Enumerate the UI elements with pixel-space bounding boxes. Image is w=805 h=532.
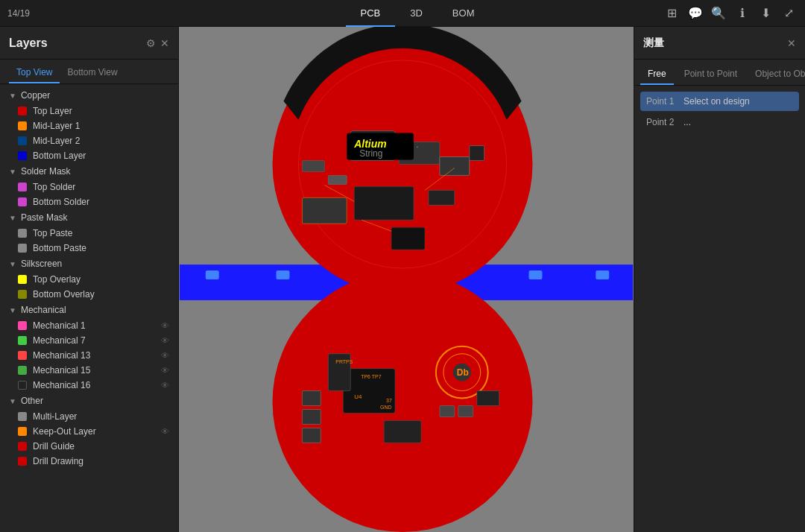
color-top-layer — [18, 107, 27, 115]
layer-drill-guide-label: Drill Guide — [33, 441, 169, 452]
settings-icon[interactable]: ⚙ — [146, 37, 156, 49]
grid-icon[interactable]: ⊞ — [663, 3, 681, 24]
eye-mech15[interactable]: 👁 — [161, 366, 169, 375]
breadcrumb: 14/19 — [7, 8, 30, 19]
color-keepout — [18, 427, 27, 436]
tab-free[interactable]: Free — [640, 66, 674, 85]
eye-mech13[interactable]: 👁 — [161, 351, 169, 360]
search-icon[interactable]: 🔍 — [710, 3, 727, 24]
tab-bom[interactable]: BOM — [438, 0, 490, 27]
color-bottom-solder — [18, 197, 27, 206]
color-mid1 — [18, 121, 27, 130]
layer-top-solder[interactable]: Top Solder — [0, 180, 178, 194]
panel-header-icons: ⚙ ✕ — [146, 37, 169, 49]
section-silkscreen[interactable]: ▼ Silkscreen — [0, 256, 178, 272]
color-bottom-layer — [18, 151, 27, 160]
layer-top-paste-label: Top Paste — [33, 228, 169, 238]
section-mechanical[interactable]: ▼ Mechanical — [0, 302, 178, 318]
svg-rect-43 — [458, 406, 473, 417]
layer-mid2[interactable]: Mid-Layer 2 — [0, 133, 178, 148]
layer-mech15[interactable]: Mechanical 15 👁 — [0, 363, 178, 378]
svg-rect-2 — [206, 270, 219, 279]
tab-pcb[interactable]: PCB — [346, 0, 396, 27]
svg-rect-42 — [440, 406, 455, 417]
right-panel-header: 测量 ✕ — [634, 27, 805, 60]
close-icon[interactable]: ✕ — [160, 37, 169, 49]
eye-mech1[interactable]: 👁 — [161, 321, 169, 330]
section-solder-mask[interactable]: ▼ Solder Mask — [0, 163, 178, 180]
collapse-arrow-copper: ▼ — [9, 92, 16, 100]
layer-top-layer[interactable]: Top Layer — [0, 104, 178, 118]
color-multi — [18, 412, 27, 421]
layer-bottom-solder-label: Bottom Solder — [33, 197, 169, 207]
tab-top-view[interactable]: Top View — [9, 64, 60, 83]
layer-mid1[interactable]: Mid-Layer 1 — [0, 118, 178, 133]
color-bottom-paste — [18, 244, 27, 253]
layer-bottom-overlay[interactable]: Bottom Overlay — [0, 287, 178, 302]
layer-mech7[interactable]: Mechanical 7 👁 — [0, 333, 178, 348]
svg-text:Db: Db — [457, 367, 469, 378]
svg-rect-7 — [596, 270, 609, 279]
layer-mech7-label: Mechanical 7 — [33, 335, 158, 346]
measure-point1-row[interactable]: Point 1 Select on design — [640, 92, 799, 111]
layer-top-layer-label: Top Layer — [33, 106, 169, 116]
layer-bottom-layer[interactable]: Bottom Layer — [0, 148, 178, 163]
layer-top-paste[interactable]: Top Paste — [0, 226, 178, 241]
layer-top-overlay[interactable]: Top Overlay — [0, 272, 178, 287]
panel-header: Layers ⚙ ✕ — [0, 27, 178, 60]
collapse-arrow-paste: ▼ — [9, 214, 16, 222]
svg-text:.: . — [416, 139, 419, 150]
expand-icon[interactable]: ⤢ — [780, 3, 798, 24]
color-mech13 — [18, 351, 27, 360]
tab-object-to-object[interactable]: Object to Object — [748, 66, 805, 85]
svg-rect-24 — [470, 146, 484, 161]
layer-bottom-layer-label: Bottom Layer — [33, 151, 169, 161]
section-paste-label: Paste Mask — [21, 212, 68, 223]
section-paste-mask[interactable]: ▼ Paste Mask — [0, 209, 178, 226]
main-content: Layers ⚙ ✕ Top View Bottom View ▼ Copper… — [0, 27, 805, 532]
measure-title: 测量 — [643, 37, 664, 50]
measure-point2-row: Point 2 ... — [640, 113, 799, 132]
color-mech15 — [18, 366, 27, 375]
layer-drill-guide[interactable]: Drill Guide — [0, 439, 178, 454]
layers-panel: Layers ⚙ ✕ Top View Bottom View ▼ Copper… — [0, 27, 179, 532]
layer-mech16[interactable]: Mechanical 16 👁 — [0, 378, 178, 393]
layer-multi[interactable]: Multi-Layer — [0, 409, 178, 424]
svg-text:Altium: Altium — [353, 138, 386, 150]
canvas-area[interactable]: Altium . String Db — [179, 27, 634, 532]
layer-bottom-paste[interactable]: Bottom Paste — [0, 241, 178, 256]
layer-mech13[interactable]: Mechanical 13 👁 — [0, 348, 178, 363]
svg-text:String: String — [359, 148, 382, 159]
eye-mech7[interactable]: 👁 — [161, 336, 169, 345]
layer-mech15-label: Mechanical 15 — [33, 365, 158, 376]
color-top-solder — [18, 183, 27, 191]
measure-content: Point 1 Select on design Point 2 ... — [634, 86, 805, 139]
point1-value: Select on design — [684, 96, 750, 107]
section-copper[interactable]: ▼ Copper — [0, 87, 178, 104]
svg-rect-41 — [302, 428, 321, 443]
section-other[interactable]: ▼ Other — [0, 393, 178, 409]
svg-rect-44 — [477, 391, 499, 406]
chat-icon[interactable]: 💬 — [686, 3, 704, 24]
pcb-view[interactable]: Altium . String Db — [179, 27, 634, 532]
color-bottom-overlay — [18, 290, 27, 299]
svg-rect-25 — [302, 197, 347, 224]
download-icon[interactable]: ⬇ — [757, 3, 774, 24]
color-drill-drawing — [18, 457, 27, 466]
close-measure-icon[interactable]: ✕ — [787, 37, 796, 49]
svg-rect-20 — [302, 160, 324, 171]
color-top-overlay — [18, 275, 27, 284]
layer-drill-drawing[interactable]: Drill Drawing — [0, 454, 178, 469]
layers-list: ▼ Copper Top Layer Mid-Layer 1 Mid-Layer… — [0, 84, 178, 532]
color-drill-guide — [18, 442, 27, 451]
layer-bottom-solder[interactable]: Bottom Solder — [0, 194, 178, 209]
svg-rect-3 — [277, 270, 290, 279]
tab-point-to-point[interactable]: Point to Point — [677, 66, 745, 85]
layer-mech1[interactable]: Mechanical 1 👁 — [0, 318, 178, 333]
info-icon[interactable]: ℹ — [733, 3, 751, 24]
tab-3d[interactable]: 3D — [395, 0, 438, 27]
eye-keepout[interactable]: 👁 — [161, 427, 169, 436]
tab-bottom-view[interactable]: Bottom View — [60, 64, 124, 83]
eye-mech16[interactable]: 👁 — [161, 381, 169, 390]
layer-keepout[interactable]: Keep-Out Layer 👁 — [0, 424, 178, 439]
